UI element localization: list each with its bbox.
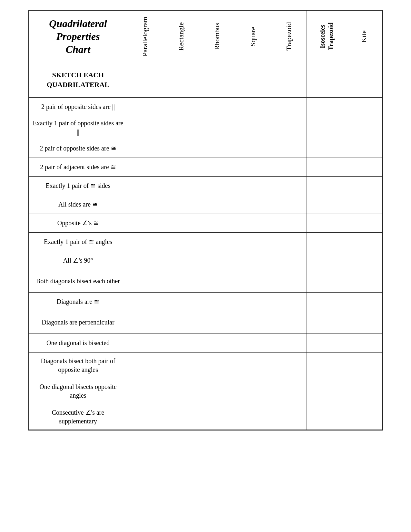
cell-1pp-rhombus [199, 116, 235, 139]
cell-dc-rhombus [199, 293, 235, 311]
col-parallelogram: Parallelogram [127, 11, 163, 62]
row-1-pair-parallel-label: Exactly 1 pair of opposite sides are || [29, 116, 127, 139]
cell-cs-square [235, 404, 271, 430]
cell-oa-rhombus [199, 214, 235, 233]
cell-a90-parallelogram [127, 251, 163, 270]
cell-bdb-parallelogram [127, 270, 163, 293]
cell-asc-rectangle [163, 195, 199, 214]
row-diag-perp-label: Diagonals are perpendicular [29, 311, 127, 334]
cell-1pp-trapezoid [271, 116, 307, 139]
cell-a90-rectangle [163, 251, 199, 270]
table-row: 2 pair of adjacent sides are ≅ [29, 158, 382, 177]
cell-2pp-parallelogram [127, 98, 163, 116]
cell-odb-kite [346, 334, 382, 353]
row-1-pair-cong-sides-label: Exactly 1 pair of ≅ sides [29, 177, 127, 195]
table-row: 2 pair of opposite sides are || [29, 98, 382, 116]
cell-odb-square [235, 334, 271, 353]
cell-odba-isosceles [307, 378, 346, 404]
cell-1pca-rectangle [163, 233, 199, 251]
cell-odba-kite [346, 378, 382, 404]
cell-sketch-rhombus [199, 62, 235, 98]
row-1-pair-cong-angles-label: Exactly 1 pair of ≅ angles [29, 233, 127, 251]
cell-odba-square [235, 378, 271, 404]
cell-2pp-rectangle [163, 98, 199, 116]
table-row: Opposite ∠'s ≅ [29, 214, 382, 233]
row-diag-bisect-angles-label: Diagonals bisect both pair of opposite a… [29, 353, 127, 378]
cell-cs-isosceles [307, 404, 346, 430]
cell-odb-rectangle [163, 334, 199, 353]
table-row: Exactly 1 pair of opposite sides are || [29, 116, 382, 139]
row-sketch-label: SKETCH EACH QUADRILATERAL [29, 62, 127, 98]
cell-cs-trapezoid [271, 404, 307, 430]
cell-odb-parallelogram [127, 334, 163, 353]
cell-oa-rectangle [163, 214, 199, 233]
cell-oa-trapezoid [271, 214, 307, 233]
cell-a90-rhombus [199, 251, 235, 270]
table-row: Exactly 1 pair of ≅ sides [29, 177, 382, 195]
cell-sketch-rectangle [163, 62, 199, 98]
col-isosceles: IsoscelesTrapezoid [307, 11, 346, 62]
row-one-diag-bisected-label: One diagonal is bisected [29, 334, 127, 353]
cell-dp-square [235, 311, 271, 334]
cell-oa-square [235, 214, 271, 233]
chart-wrapper: Quadrilateral Properties Chart Parallelo… [28, 10, 383, 430]
cell-odba-rhombus [199, 378, 235, 404]
cell-oa-isosceles [307, 214, 346, 233]
cell-oa-kite [346, 214, 382, 233]
properties-table: Quadrilateral Properties Chart Parallelo… [29, 10, 382, 430]
row-all-sides-cong-label: All sides are ≅ [29, 195, 127, 214]
table-row: Diagonals are perpendicular [29, 311, 382, 334]
cell-cs-rectangle [163, 404, 199, 430]
cell-2pac-square [235, 158, 271, 177]
cell-1pca-trapezoid [271, 233, 307, 251]
cell-dp-isosceles [307, 311, 346, 334]
cell-dc-trapezoid [271, 293, 307, 311]
cell-sketch-parallelogram [127, 62, 163, 98]
table-row: One diagonal bisects opposite angles [29, 378, 382, 404]
row-2-pair-opp-cong-label: 2 pair of opposite sides are ≅ [29, 139, 127, 158]
cell-2poc-rectangle [163, 139, 199, 158]
row-consecutive-supp-label: Consecutive ∠'s are supplementary [29, 404, 127, 430]
cell-1pp-kite [346, 116, 382, 139]
cell-1pcs-rectangle [163, 177, 199, 195]
cell-2pp-isosceles [307, 98, 346, 116]
cell-1pca-square [235, 233, 271, 251]
cell-asc-square [235, 195, 271, 214]
cell-odba-rectangle [163, 378, 199, 404]
cell-dp-kite [346, 311, 382, 334]
cell-bdb-isosceles [307, 270, 346, 293]
table-row: All ∠'s 90° [29, 251, 382, 270]
cell-1pp-square [235, 116, 271, 139]
row-opp-angles-label: Opposite ∠'s ≅ [29, 214, 127, 233]
cell-dc-square [235, 293, 271, 311]
cell-asc-parallelogram [127, 195, 163, 214]
cell-2pp-kite [346, 98, 382, 116]
cell-dba-rectangle [163, 353, 199, 378]
table-row: Both diagonals bisect each other [29, 270, 382, 293]
table-row: All sides are ≅ [29, 195, 382, 214]
cell-a90-square [235, 251, 271, 270]
cell-1pcs-rhombus [199, 177, 235, 195]
cell-asc-isosceles [307, 195, 346, 214]
cell-bdb-rhombus [199, 270, 235, 293]
row-both-diag-bisect-label: Both diagonals bisect each other [29, 270, 127, 293]
cell-1pca-parallelogram [127, 233, 163, 251]
cell-cs-kite [346, 404, 382, 430]
cell-2pac-rhombus [199, 158, 235, 177]
cell-asc-kite [346, 195, 382, 214]
cell-1pca-rhombus [199, 233, 235, 251]
cell-bdb-square [235, 270, 271, 293]
cell-1pca-isosceles [307, 233, 346, 251]
cell-dp-trapezoid [271, 311, 307, 334]
table-row: Diagonals are ≅ [29, 293, 382, 311]
row-diag-cong-label: Diagonals are ≅ [29, 293, 127, 311]
cell-dc-kite [346, 293, 382, 311]
cell-2poc-square [235, 139, 271, 158]
cell-dp-parallelogram [127, 311, 163, 334]
cell-dc-parallelogram [127, 293, 163, 311]
cell-1pcs-trapezoid [271, 177, 307, 195]
cell-dp-rhombus [199, 311, 235, 334]
table-row: Diagonals bisect both pair of opposite a… [29, 353, 382, 378]
cell-2pac-trapezoid [271, 158, 307, 177]
cell-2pac-isosceles [307, 158, 346, 177]
